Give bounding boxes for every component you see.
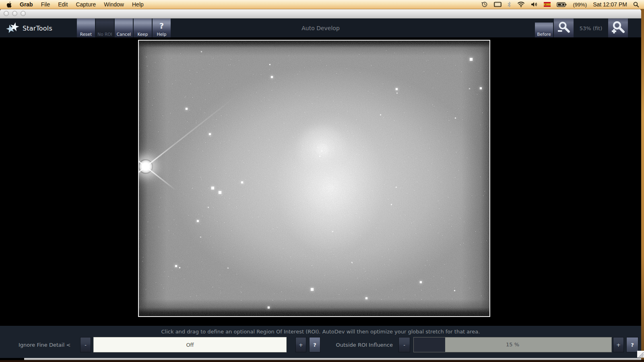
companion-galaxy-halo xyxy=(290,119,354,179)
apple-menu-icon[interactable] xyxy=(6,1,12,8)
time-machine-icon[interactable] xyxy=(481,1,488,8)
close-button[interactable] xyxy=(4,11,9,16)
zoom-in-button[interactable] xyxy=(608,19,628,38)
bottom-panel: Click and drag to define an optional Reg… xyxy=(0,326,641,358)
astro-image-viewport[interactable] xyxy=(138,40,490,317)
ignore-fine-detail-increase-button[interactable]: + xyxy=(295,337,306,352)
window-resize-grip[interactable] xyxy=(637,351,644,358)
input-language-flag-spain-icon[interactable] xyxy=(544,2,551,7)
startools-logo: StarTools xyxy=(0,19,77,38)
wifi-icon[interactable] xyxy=(517,2,525,7)
ignore-fine-detail-label: Ignore Fine Detail < xyxy=(19,342,72,348)
menu-capture[interactable]: Capture xyxy=(72,0,100,9)
menu-window[interactable]: Window xyxy=(100,0,128,9)
ignore-fine-detail-decrease-button[interactable]: - xyxy=(80,337,91,352)
galaxy-bridge-glow xyxy=(308,136,344,196)
reset-button[interactable]: Reset xyxy=(77,19,95,38)
display-icon[interactable] xyxy=(494,2,502,8)
question-mark-icon: ? xyxy=(159,23,164,29)
startools-toolbar: StarTools Reset No ROI Cancel Keep ? Hel… xyxy=(0,19,641,38)
window-bottom-edge xyxy=(24,358,641,360)
companion-galaxy-core xyxy=(314,142,330,157)
macos-menu-bar: Grab File Edit Capture Window Help xyxy=(0,0,644,9)
outside-roi-influence-slider[interactable]: 15 % xyxy=(413,337,612,352)
battery-icon[interactable] xyxy=(557,2,567,7)
startools-logo-icon xyxy=(5,21,20,35)
screen: Grab File Edit Capture Window Help xyxy=(0,0,644,362)
menu-edit[interactable]: Edit xyxy=(54,0,72,9)
menu-help[interactable]: Help xyxy=(128,0,148,9)
spotlight-icon[interactable] xyxy=(633,2,639,8)
no-roi-button[interactable]: No ROI xyxy=(96,19,114,38)
cancel-button[interactable]: Cancel xyxy=(115,19,133,38)
volume-icon[interactable] xyxy=(531,2,538,7)
window-title-bar[interactable] xyxy=(0,9,641,19)
ignore-fine-detail-slider[interactable]: Off xyxy=(93,337,287,352)
zoom-out-button[interactable] xyxy=(554,19,574,38)
zoom-level-indicator: 53% (fit) xyxy=(574,19,608,38)
star-field-medium xyxy=(139,41,139,41)
outside-roi-influence-label: Outside ROI Influence xyxy=(335,342,393,348)
app-name: StarTools xyxy=(23,25,52,32)
galaxy-core-glow xyxy=(296,151,364,223)
toolbar-right-group: Before 53% (fit) xyxy=(535,19,641,38)
outside-roi-influence-decrease-button[interactable]: - xyxy=(398,337,410,352)
startools-window: StarTools Reset No ROI Cancel Keep ? Hel… xyxy=(0,9,641,360)
keep-button[interactable]: Keep xyxy=(134,19,152,38)
film-grain-overlay xyxy=(139,41,489,316)
image-canvas xyxy=(0,37,641,326)
ignore-fine-detail-help-button[interactable]: ? xyxy=(309,337,320,352)
galaxy-nucleus xyxy=(325,183,335,193)
outside-roi-influence-value: 15 % xyxy=(414,337,611,352)
outside-roi-influence-help-button[interactable]: ? xyxy=(626,337,638,352)
magnifier-minus-icon xyxy=(557,21,571,35)
before-button[interactable]: Before xyxy=(535,23,553,38)
star-field-bright xyxy=(139,41,139,41)
galaxy-outer-halo xyxy=(268,103,392,264)
bluetooth-icon[interactable] xyxy=(508,2,511,8)
ignore-fine-detail-value: Off xyxy=(186,342,194,348)
toolbar-button-group: Reset No ROI Cancel Keep ? Help xyxy=(77,19,171,38)
star-field-faint xyxy=(139,41,139,41)
magnifier-plus-icon xyxy=(611,21,626,36)
outside-roi-influence-increase-button[interactable]: + xyxy=(613,337,624,352)
desktop-wallpaper-right xyxy=(641,9,644,362)
minimize-button[interactable] xyxy=(12,11,17,16)
roi-instruction-text: Click and drag to define an optional Reg… xyxy=(0,326,641,335)
help-button[interactable]: ? Help xyxy=(153,19,171,38)
menu-bar-clock[interactable]: Sat 12:07 PM xyxy=(593,1,627,8)
menu-grab[interactable]: Grab xyxy=(16,0,37,9)
menu-file[interactable]: File xyxy=(37,0,54,9)
maximize-button[interactable] xyxy=(21,11,26,16)
parameter-controls: Ignore Fine Detail < - Off + ? Outside R… xyxy=(0,337,641,352)
battery-percent: (99%) xyxy=(573,2,587,8)
